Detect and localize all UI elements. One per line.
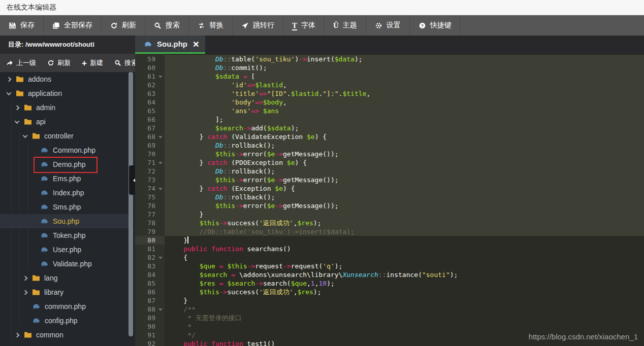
code-text[interactable]: $this->success('返回成功',$res); [165, 288, 644, 296]
tree-item-sou-php[interactable]: Sou.php [0, 214, 129, 228]
line-number[interactable]: 78 [135, 219, 165, 227]
line-number[interactable]: 72 [135, 167, 165, 176]
code-text[interactable]: * 无需登录的接口 [165, 314, 644, 322]
code-line-60[interactable]: 60 Db::commit(); [135, 63, 644, 72]
up-level-button[interactable]: 上一级 [0, 58, 41, 67]
tree-item-index-php[interactable]: Index.php [0, 186, 129, 200]
code-text[interactable]: } catch (PDOException $e) { [165, 158, 644, 167]
line-number[interactable]: 65 [135, 107, 165, 115]
code-text[interactable]: 'body'=>$body, [165, 98, 644, 107]
code-line-69[interactable]: 69 Db::rollback(); [135, 141, 644, 150]
line-number[interactable]: 86 [135, 288, 165, 296]
code-line-72[interactable]: 72 Db::rollback(); [135, 167, 644, 176]
line-number[interactable]: 90 [135, 322, 165, 331]
save-all-button[interactable]: 全部保存 [44, 15, 102, 36]
chevron-right-icon[interactable] [23, 275, 28, 281]
code-line-70[interactable]: 70 $this->error($e->getMessage()); [135, 150, 644, 158]
line-number[interactable]: 76 [135, 201, 165, 210]
code-text[interactable]: Db::rollback(); [165, 193, 644, 201]
tree-item-common[interactable]: common [0, 328, 129, 342]
code-line-63[interactable]: 63 'title'=>"[ID".$lastid."]:".$title, [135, 89, 644, 98]
code-line-88[interactable]: 88 /** [135, 305, 644, 314]
code-line-68[interactable]: 68 } catch (ValidateException $e) { [135, 132, 644, 141]
refresh-button[interactable]: 刷新 [102, 15, 145, 36]
code-text[interactable]: 'title'=>"[ID".$lastid."]:".$title, [165, 89, 644, 98]
tree-item-common-php[interactable]: common.php [0, 299, 129, 314]
code-text[interactable]: 'id'=>$lastid, [165, 81, 644, 89]
code-line-81[interactable]: 81 public function searchans() [135, 245, 644, 253]
replace-button[interactable]: 替换 [189, 15, 233, 36]
hotkeys-button[interactable]: ?快捷键 [410, 15, 461, 36]
chevron-right-icon[interactable] [7, 77, 12, 82]
code-text[interactable]: } catch (Exception $e) { [165, 184, 644, 193]
tree-item-library[interactable]: library [0, 285, 129, 299]
code-line-75[interactable]: 75 Db::rollback(); [135, 193, 644, 201]
line-number[interactable]: 87 [135, 296, 165, 305]
code-editor[interactable]: 59 Db::table('sou_tiku')->insert($data);… [135, 54, 644, 346]
line-number[interactable]: 69 [135, 141, 165, 150]
code-line-79[interactable]: 79 //Db::table('sou_tiku')->insert($data… [135, 227, 644, 236]
line-number[interactable]: 85 [135, 279, 165, 288]
chevron-down-icon[interactable] [23, 133, 28, 138]
line-number[interactable]: 61 [135, 72, 165, 81]
tab-sou-php[interactable]: Sou.php × [135, 36, 205, 54]
line-number[interactable]: 70 [135, 150, 165, 158]
code-text[interactable]: ]; [165, 115, 644, 124]
line-number[interactable]: 91 [135, 331, 165, 339]
tree-item-api[interactable]: api [0, 115, 129, 129]
code-line-66[interactable]: 66 ]; [135, 115, 644, 124]
settings-button[interactable]: 设置 [366, 15, 410, 36]
code-line-84[interactable]: 84 $search = \addons\xunsearch\library\X… [135, 270, 644, 279]
code-line-89[interactable]: 89 * 无需登录的接口 [135, 314, 644, 322]
code-line-67[interactable]: 67 $search->add($sdata); [135, 124, 644, 132]
code-text[interactable]: { [165, 253, 644, 262]
line-number[interactable]: 92 [135, 339, 165, 346]
theme-button[interactable]: Ü主题 [325, 15, 366, 36]
code-text[interactable]: public function searchans() [165, 245, 644, 253]
code-line-90[interactable]: 90 * [135, 322, 644, 331]
code-text[interactable]: $this->success('返回成功',$res); [165, 219, 644, 227]
fold-caret-icon[interactable] [158, 162, 163, 164]
code-text[interactable]: $sdata = [ [165, 72, 644, 81]
code-line-82[interactable]: 82 { [135, 253, 644, 262]
line-number[interactable]: 75 [135, 193, 165, 201]
fold-caret-icon[interactable] [158, 136, 163, 139]
tree-item-application[interactable]: application [0, 86, 129, 100]
code-text[interactable]: $search->add($sdata); [165, 124, 644, 132]
chevron-down-icon[interactable] [7, 90, 12, 95]
line-number[interactable]: 71 [135, 158, 165, 167]
tree-item-addons[interactable]: addons [0, 72, 129, 86]
goto-line-button[interactable]: 跳转行 [233, 15, 283, 36]
code-text[interactable]: $search = \addons\xunsearch\library\Xuns… [165, 270, 644, 279]
line-number[interactable]: 77 [135, 210, 165, 219]
code-line-87[interactable]: 87 } [135, 296, 644, 305]
code-line-86[interactable]: 86 $this->success('返回成功',$res); [135, 288, 644, 296]
font-button[interactable]: T字体 [283, 15, 325, 36]
code-text[interactable]: } [165, 210, 644, 219]
tree-item-lang[interactable]: lang [0, 271, 129, 285]
code-text[interactable]: Db::table('sou_tiku')->insert($data); [165, 55, 644, 63]
tree-item-validate-php[interactable]: Validate.php [0, 257, 129, 271]
line-number[interactable]: 81 [135, 245, 165, 253]
code-text[interactable]: /** [165, 305, 644, 314]
fold-caret-icon[interactable] [158, 257, 163, 259]
tab-close-icon[interactable]: × [193, 40, 199, 48]
line-number[interactable]: 82 [135, 253, 165, 262]
code-line-62[interactable]: 62 'id'=>$lastid, [135, 81, 644, 89]
tree-item-admin[interactable]: admin [0, 100, 129, 115]
code-text[interactable]: $this->error($e->getMessage()); [165, 150, 644, 158]
code-line-73[interactable]: 73 $this->error($e->getMessage()); [135, 176, 644, 184]
line-number[interactable]: 74 [135, 184, 165, 193]
line-number[interactable]: 89 [135, 314, 165, 322]
code-line-76[interactable]: 76 $this->error($e->getMessage()); [135, 201, 644, 210]
code-text[interactable]: * [165, 322, 644, 331]
line-number[interactable]: 60 [135, 63, 165, 72]
code-text[interactable]: $que = $this->request->request('q'); [165, 262, 644, 270]
line-number[interactable]: 64 [135, 98, 165, 107]
line-number[interactable]: 59 [135, 55, 165, 63]
tree-item-user-php[interactable]: User.php [0, 243, 129, 257]
code-line-65[interactable]: 65 'ans'=> $ans [135, 107, 644, 115]
tree-refresh-button[interactable]: 刷新 [41, 58, 76, 67]
line-number[interactable]: 80 [135, 236, 165, 245]
chevron-right-icon[interactable] [23, 290, 28, 295]
